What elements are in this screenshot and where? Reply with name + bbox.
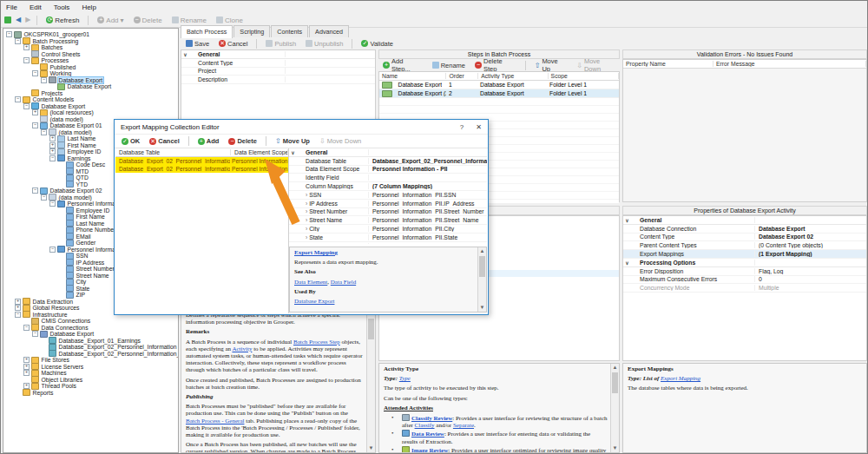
column-header[interactable]: Property Name [623,61,713,67]
property-row[interactable]: Identity Field [289,174,487,182]
tree-item[interactable]: Batch Processing [3,38,178,45]
scroll-thumb[interactable] [368,319,374,339]
property-row[interactable]: Database Table Database_Export_02_Person… [289,157,487,166]
column-header[interactable]: Activity Type [478,73,548,79]
property-row[interactable]: Description [181,76,375,84]
property-row[interactable]: State Personnel_Information_PII.State [289,234,487,242]
property-row[interactable]: Parent Content Types (0 Content Type obj… [623,241,866,250]
rename-button[interactable]: Rename [169,16,209,25]
property-value[interactable]: Flag, Log [755,268,866,274]
tree-item[interactable]: Processes [3,57,178,64]
tree-item[interactable]: Database Export [3,103,178,110]
property-row[interactable]: ∨ General [181,50,375,59]
scroll-up-icon[interactable]: ▲ [478,247,486,255]
tree-item[interactable]: Database_Export_02_Personnel_Information [3,344,178,351]
menu-item[interactable]: Tools [54,3,70,11]
tree-item[interactable]: Database Export [3,77,178,84]
property-row[interactable]: SSN Personnel_Information_PII.SSN [289,191,487,200]
column-header[interactable]: Database Table [115,149,231,155]
property-row[interactable]: Project [181,68,375,76]
refresh-button[interactable]: ⟳Refresh [43,16,82,25]
expander-icon[interactable] [32,109,38,115]
scroll-down-icon[interactable]: ▼ [367,444,375,452]
property-value[interactable]: Personnel_Information_PII.IP_Address [369,201,487,207]
tree-item[interactable]: Reports [3,390,178,397]
scroll-down-icon[interactable]: ▼ [478,304,486,312]
property-row[interactable]: ∨ General [289,148,487,157]
scroll-up-icon[interactable]: ▲ [611,364,619,372]
expander-icon[interactable] [49,155,56,161]
tree-item[interactable]: Working [3,70,178,77]
expander-icon[interactable] [41,129,47,135]
help-link[interactable]: Database Export [294,298,474,305]
menu-item[interactable]: Edit [30,3,42,11]
property-row[interactable]: Concurrency Mode Multiple [623,284,866,293]
forward-icon[interactable]: ▶ [25,16,30,23]
step-row[interactable]: Database Export (2) 2 Database Export Fo… [379,89,619,98]
expander-icon[interactable] [23,370,30,376]
property-row[interactable]: Street Name Personnel_Information_PII.St… [289,216,487,225]
add-button[interactable]: +Add [195,136,222,146]
property-value[interactable]: Database Export [755,226,866,232]
rename-step-button[interactable]: Rename [430,61,468,70]
menu-item[interactable]: Help [82,3,95,11]
expander-icon[interactable] [23,383,30,389]
property-row[interactable]: Content Type [181,59,375,68]
property-value[interactable]: Personnel Information - PII [369,166,487,172]
tree-item[interactable]: Control Sheets [3,51,178,58]
expander-icon[interactable] [32,331,38,337]
property-value[interactable]: 0 [755,276,866,282]
menu-item[interactable]: File [6,3,17,11]
property-value[interactable]: Personnel_Information_PII.City [369,226,487,232]
mapping-row[interactable]: Database_Export_02_Personnel_Information… [115,165,288,173]
property-row[interactable]: Street Number Personnel_Information_PII.… [289,208,487,217]
column-header[interactable]: Order [446,73,478,79]
back-icon[interactable]: ◀ [16,16,21,23]
column-header[interactable]: Data Element Scope [231,149,288,155]
column-header[interactable]: Scope [549,73,619,79]
delete-button[interactable]: −Delete [226,136,260,146]
ok-button[interactable]: ✓OK [119,136,142,146]
tree-item[interactable]: Database_Export_01_Earnings [3,338,178,345]
expander-icon[interactable] [32,122,38,128]
tree-item[interactable]: Batches [3,44,178,51]
cancel-button[interactable]: ✕Cancel [147,136,182,146]
tree-item[interactable]: License Servers [3,364,178,371]
scroll-down-icon[interactable]: ▼ [611,444,619,452]
expander-icon[interactable] [15,38,21,44]
expander-icon[interactable] [32,188,38,194]
expander-icon[interactable] [23,44,30,50]
add-button[interactable]: +Add▾ [95,16,126,25]
property-row[interactable]: Column Mappings (7 Column Mappings) [289,182,487,191]
property-value[interactable]: Multiple [755,285,866,291]
property-value[interactable]: Personnel_Information_PII.State [369,234,487,240]
tab[interactable]: Advanced [309,25,349,37]
property-value[interactable]: (7 Column Mappings) [369,183,487,189]
tree-item[interactable]: (local resources) [3,109,178,116]
property-row[interactable]: Content Type Database Export 02 [623,234,866,242]
tab[interactable]: Batch Process [181,25,233,38]
tree-item[interactable]: Database Export [3,83,178,90]
property-row[interactable]: ZIP Personnel_Information_PII.ZIP [289,242,487,244]
property-value[interactable]: Personnel_Information_PII.Street_Number [369,208,487,214]
tab[interactable]: Contents [271,25,308,37]
property-row[interactable]: Export Mappings (1 Export Mapping) [623,250,866,259]
scrollbar[interactable]: ▲▼ [477,247,486,312]
expander-icon[interactable] [23,325,30,331]
property-value[interactable]: Database Export 02 [755,234,866,240]
expander-icon[interactable] [32,70,38,76]
scroll-thumb[interactable] [479,256,485,277]
unpublish-button[interactable]: Unpublish [303,39,345,49]
tree-item[interactable]: Data Connections [3,325,178,332]
expander-icon[interactable] [49,201,56,207]
property-value[interactable]: Database_Export_02_Personnel_Information… [369,158,487,164]
expander-icon[interactable] [23,57,30,63]
tree-item[interactable]: Machines [3,370,178,377]
scroll-thumb[interactable] [612,372,618,393]
property-value[interactable]: Personnel_Information_PII.SSN [369,192,487,198]
expander-icon[interactable] [6,31,12,37]
expander-icon[interactable] [41,77,47,83]
scrollbar[interactable]: ▲▼ [610,364,619,452]
property-value[interactable]: (0 Content Type objects) [755,242,866,248]
validate-button[interactable]: ✓Validate [358,39,396,49]
